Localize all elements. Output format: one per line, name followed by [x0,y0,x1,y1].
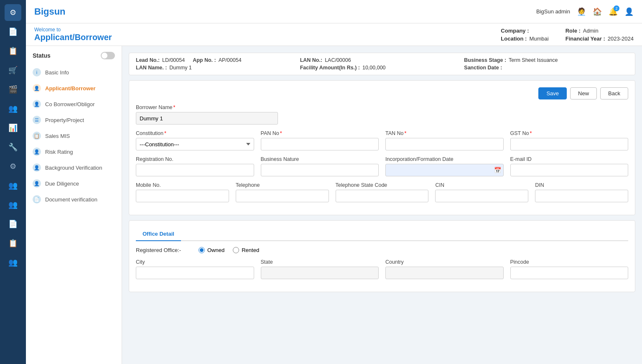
applicant-borrower-label: Applicant/Borrower [45,85,96,92]
save-button[interactable]: Save [538,87,567,99]
rented-label: Rented [242,247,259,253]
sidebar-item-property-project[interactable]: ☰ Property/Project [26,112,122,128]
lan-name-item: LAN Name. : Dummy 1 [136,65,300,71]
registered-office-label: Registered Office:- [136,247,186,253]
city-input[interactable] [136,267,254,279]
borrower-name-label: Borrower Name* [136,104,278,110]
user-profile-icon[interactable]: 👤 [624,7,634,16]
background-verification-icon: 👤 [33,163,41,172]
sidebar-icon-doc2[interactable]: 📋 [5,43,21,59]
content-area: Status i Basic Info 👤 Applicant/Borrower… [26,46,642,364]
topbar: Bigsun BigSun admin 🧑‍💼 🏠 🔔 2 👤 [26,0,642,23]
mobile-no-group: Mobile No. [136,182,229,202]
telephone-state-code-group: Telephone State Code [336,182,429,202]
gst-no-label: GST No* [510,130,629,136]
sidebar-icon-tool[interactable]: 🔧 [5,139,21,155]
pan-no-label: PAN No* [261,130,379,136]
telephone-input[interactable] [236,190,329,202]
sidebar-icon-users2[interactable]: 👥 [5,196,21,213]
sidebar-item-sales-mis[interactable]: 📋 Sales MIS [26,128,122,144]
owned-radio-label[interactable]: Owned [199,247,224,253]
sidebar-icon-users1[interactable]: 👥 [5,177,21,194]
pincode-input[interactable] [510,267,629,279]
pan-no-input[interactable] [261,138,379,150]
registration-no-input[interactable] [136,164,254,176]
back-button[interactable]: Back [600,87,628,99]
notification-icon[interactable]: 🔔 2 [609,7,618,16]
applicant-borrower-icon: 👤 [33,84,41,92]
constitution-select[interactable]: ---Constitution--- [136,138,254,150]
sidebar-icon-gear[interactable]: ⚙ [5,158,21,175]
borrower-name-input[interactable] [136,112,278,125]
status-toggle[interactable] [101,52,115,59]
lan-name-value: Dummy 1 [169,65,191,71]
office-address-row: City State Country Pincode [136,259,628,279]
tan-no-input[interactable] [385,138,504,150]
rented-radio-label[interactable]: Rented [233,247,259,253]
pan-group: PAN No* [261,130,379,150]
sidebar-icon-doc1[interactable]: 📄 [5,23,21,40]
borrower-name-group: Borrower Name* [136,104,278,125]
registration-no-label: Registration No. [136,156,254,162]
form-row-1: Constitution* ---Constitution--- PAN No* [136,130,628,150]
pincode-label: Pincode [510,259,629,265]
mobile-no-input[interactable] [136,190,229,202]
sidebar-icon-settings[interactable]: ⚙ [5,4,21,21]
status-label: Status [33,52,51,59]
sidebar: ⚙ 📄 📋 🛒 🎬 👥 📊 🔧 ⚙ 👥 👥 📄 📋 👥 [0,0,26,364]
cin-input[interactable] [435,190,528,202]
sidebar-item-due-diligence[interactable]: 👤 Due Diligence [26,176,122,191]
sidebar-item-risk-rating[interactable]: 👤 Risk Rating [26,144,122,160]
owned-label: Owned [207,247,224,253]
company-info: Company : [501,28,548,34]
sidebar-icon-people2[interactable]: 👥 [5,254,21,271]
welcome-text: Welcome to [34,27,112,33]
email-id-label: E-mail ID [510,156,629,162]
sidebar-item-applicant-borrower[interactable]: 👤 Applicant/Borrower [26,80,122,96]
calendar-icon[interactable]: 📅 [494,167,501,173]
sanction-date-label: Sanction Date : [464,65,502,71]
risk-rating-icon: 👤 [33,148,41,156]
sidebar-item-document-verification[interactable]: 📄 Document verification [26,191,122,207]
sidebar-icon-people[interactable]: 👥 [5,100,21,117]
sidebar-icon-cart[interactable]: 🛒 [5,62,21,79]
sales-mis-icon: 📋 [33,132,41,140]
sidebar-icon-video[interactable]: 🎬 [5,81,21,98]
incorporation-date-input[interactable] [385,164,504,176]
sidebar-item-background-verification[interactable]: 👤 Background Verification [26,160,122,176]
background-verification-label: Background Verification [45,165,102,171]
tab-office-detail[interactable]: Office Detail [136,227,181,241]
sidebar-item-basic-info[interactable]: i Basic Info [26,64,122,80]
gst-no-input[interactable] [510,138,629,150]
page-header-right: Company : Location : Mumbai Role : Admin… [501,28,634,42]
sidebar-icon-chart[interactable]: 📊 [5,120,21,136]
constitution-label: Constitution* [136,130,254,136]
avatar-icon[interactable]: 🧑‍💼 [577,7,586,16]
risk-rating-label: Risk Rating [45,149,73,155]
email-id-input[interactable] [510,164,629,176]
din-input[interactable] [535,190,628,202]
mobile-no-label: Mobile No. [136,182,229,188]
din-label: DIN [535,182,628,188]
state-input[interactable] [261,267,379,279]
notification-badge: 2 [614,5,619,11]
sidebar-icon-file2[interactable]: 📋 [5,235,21,252]
financial-year-value: 2023-2024 [608,36,634,42]
lan-no-value: LAC/00006 [325,57,351,63]
business-nature-input[interactable] [261,164,379,176]
ownership-radio-group: Owned Rented [199,247,259,253]
home-icon[interactable]: 🏠 [593,7,602,16]
pincode-group: Pincode [510,259,629,279]
sidebar-icon-file1[interactable]: 📄 [5,216,21,232]
owned-radio[interactable] [199,247,205,253]
telephone-state-code-input[interactable] [336,190,429,202]
admin-username: BigSun admin [536,8,570,15]
company-label: Company : [501,28,529,34]
lead-no-item: Lead No.: LD/00054 App No. : AP/00054 [136,57,300,63]
new-button[interactable]: New [570,87,597,99]
sidebar-item-co-borrower[interactable]: 👤 Co Borrower/Obligor [26,96,122,112]
rented-radio[interactable] [233,247,239,253]
basic-info-icon: i [33,68,41,76]
country-input[interactable] [385,267,504,279]
lead-no-value: LD/00054 [162,57,185,63]
